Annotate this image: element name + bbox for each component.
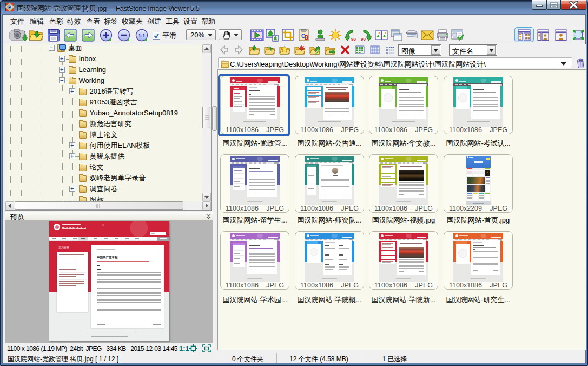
svg-text:B: B xyxy=(305,35,308,41)
svg-text:90: 90 xyxy=(351,37,356,42)
svg-text:90: 90 xyxy=(361,37,366,42)
svg-text:1:1: 1:1 xyxy=(138,33,146,38)
